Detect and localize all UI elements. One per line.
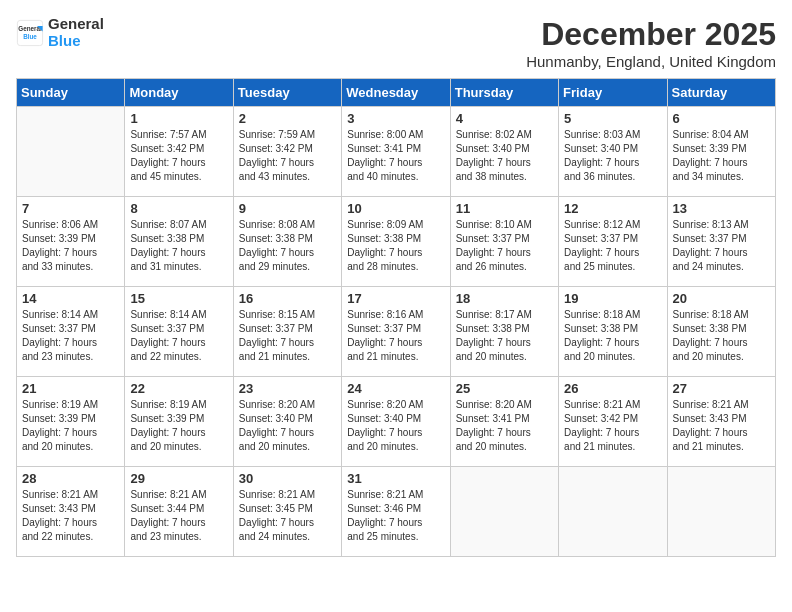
day-info: Sunrise: 7:57 AM Sunset: 3:42 PM Dayligh… bbox=[130, 128, 227, 184]
calendar-day-cell bbox=[17, 107, 125, 197]
logo-icon: General Blue bbox=[16, 19, 44, 47]
day-number: 27 bbox=[673, 381, 770, 396]
day-number: 16 bbox=[239, 291, 336, 306]
day-number: 11 bbox=[456, 201, 553, 216]
day-number: 10 bbox=[347, 201, 444, 216]
calendar-day-cell: 15Sunrise: 8:14 AM Sunset: 3:37 PM Dayli… bbox=[125, 287, 233, 377]
logo-blue-text: Blue bbox=[48, 33, 104, 50]
day-info: Sunrise: 8:21 AM Sunset: 3:45 PM Dayligh… bbox=[239, 488, 336, 544]
calendar-day-cell: 22Sunrise: 8:19 AM Sunset: 3:39 PM Dayli… bbox=[125, 377, 233, 467]
day-info: Sunrise: 8:10 AM Sunset: 3:37 PM Dayligh… bbox=[456, 218, 553, 274]
day-number: 13 bbox=[673, 201, 770, 216]
calendar-day-cell: 2Sunrise: 7:59 AM Sunset: 3:42 PM Daylig… bbox=[233, 107, 341, 197]
calendar-day-cell: 17Sunrise: 8:16 AM Sunset: 3:37 PM Dayli… bbox=[342, 287, 450, 377]
calendar-day-cell: 19Sunrise: 8:18 AM Sunset: 3:38 PM Dayli… bbox=[559, 287, 667, 377]
calendar-day-cell: 23Sunrise: 8:20 AM Sunset: 3:40 PM Dayli… bbox=[233, 377, 341, 467]
location: Hunmanby, England, United Kingdom bbox=[526, 53, 776, 70]
day-info: Sunrise: 8:12 AM Sunset: 3:37 PM Dayligh… bbox=[564, 218, 661, 274]
calendar-week-row: 7Sunrise: 8:06 AM Sunset: 3:39 PM Daylig… bbox=[17, 197, 776, 287]
calendar-day-cell: 4Sunrise: 8:02 AM Sunset: 3:40 PM Daylig… bbox=[450, 107, 558, 197]
month-title: December 2025 bbox=[526, 16, 776, 53]
day-number: 22 bbox=[130, 381, 227, 396]
day-number: 9 bbox=[239, 201, 336, 216]
calendar-week-row: 14Sunrise: 8:14 AM Sunset: 3:37 PM Dayli… bbox=[17, 287, 776, 377]
day-number: 12 bbox=[564, 201, 661, 216]
day-number: 19 bbox=[564, 291, 661, 306]
day-info: Sunrise: 8:19 AM Sunset: 3:39 PM Dayligh… bbox=[22, 398, 119, 454]
day-number: 7 bbox=[22, 201, 119, 216]
calendar-day-cell: 25Sunrise: 8:20 AM Sunset: 3:41 PM Dayli… bbox=[450, 377, 558, 467]
page-header: General Blue General Blue December 2025 … bbox=[16, 16, 776, 70]
day-of-week-header: Wednesday bbox=[342, 79, 450, 107]
day-number: 24 bbox=[347, 381, 444, 396]
calendar-day-cell bbox=[559, 467, 667, 557]
day-info: Sunrise: 8:21 AM Sunset: 3:43 PM Dayligh… bbox=[673, 398, 770, 454]
day-number: 18 bbox=[456, 291, 553, 306]
title-block: December 2025 Hunmanby, England, United … bbox=[526, 16, 776, 70]
calendar-day-cell: 20Sunrise: 8:18 AM Sunset: 3:38 PM Dayli… bbox=[667, 287, 775, 377]
day-of-week-header: Thursday bbox=[450, 79, 558, 107]
calendar-day-cell: 21Sunrise: 8:19 AM Sunset: 3:39 PM Dayli… bbox=[17, 377, 125, 467]
calendar-day-cell bbox=[450, 467, 558, 557]
calendar-day-cell: 9Sunrise: 8:08 AM Sunset: 3:38 PM Daylig… bbox=[233, 197, 341, 287]
calendar-day-cell: 28Sunrise: 8:21 AM Sunset: 3:43 PM Dayli… bbox=[17, 467, 125, 557]
day-info: Sunrise: 8:16 AM Sunset: 3:37 PM Dayligh… bbox=[347, 308, 444, 364]
calendar-day-cell: 10Sunrise: 8:09 AM Sunset: 3:38 PM Dayli… bbox=[342, 197, 450, 287]
calendar-day-cell: 14Sunrise: 8:14 AM Sunset: 3:37 PM Dayli… bbox=[17, 287, 125, 377]
calendar-day-cell: 6Sunrise: 8:04 AM Sunset: 3:39 PM Daylig… bbox=[667, 107, 775, 197]
day-of-week-header: Monday bbox=[125, 79, 233, 107]
day-info: Sunrise: 8:18 AM Sunset: 3:38 PM Dayligh… bbox=[673, 308, 770, 364]
day-info: Sunrise: 8:21 AM Sunset: 3:43 PM Dayligh… bbox=[22, 488, 119, 544]
calendar-week-row: 21Sunrise: 8:19 AM Sunset: 3:39 PM Dayli… bbox=[17, 377, 776, 467]
day-info: Sunrise: 8:07 AM Sunset: 3:38 PM Dayligh… bbox=[130, 218, 227, 274]
calendar-table: SundayMondayTuesdayWednesdayThursdayFrid… bbox=[16, 78, 776, 557]
day-info: Sunrise: 7:59 AM Sunset: 3:42 PM Dayligh… bbox=[239, 128, 336, 184]
calendar-day-cell: 7Sunrise: 8:06 AM Sunset: 3:39 PM Daylig… bbox=[17, 197, 125, 287]
calendar-body: 1Sunrise: 7:57 AM Sunset: 3:42 PM Daylig… bbox=[17, 107, 776, 557]
day-info: Sunrise: 8:13 AM Sunset: 3:37 PM Dayligh… bbox=[673, 218, 770, 274]
day-of-week-header: Sunday bbox=[17, 79, 125, 107]
day-info: Sunrise: 8:09 AM Sunset: 3:38 PM Dayligh… bbox=[347, 218, 444, 274]
day-number: 25 bbox=[456, 381, 553, 396]
svg-text:General: General bbox=[18, 24, 42, 31]
day-info: Sunrise: 8:03 AM Sunset: 3:40 PM Dayligh… bbox=[564, 128, 661, 184]
calendar-day-cell: 30Sunrise: 8:21 AM Sunset: 3:45 PM Dayli… bbox=[233, 467, 341, 557]
day-info: Sunrise: 8:14 AM Sunset: 3:37 PM Dayligh… bbox=[22, 308, 119, 364]
day-number: 14 bbox=[22, 291, 119, 306]
svg-text:Blue: Blue bbox=[23, 32, 37, 39]
logo: General Blue General Blue bbox=[16, 16, 104, 49]
day-number: 17 bbox=[347, 291, 444, 306]
day-info: Sunrise: 8:00 AM Sunset: 3:41 PM Dayligh… bbox=[347, 128, 444, 184]
day-number: 20 bbox=[673, 291, 770, 306]
day-info: Sunrise: 8:17 AM Sunset: 3:38 PM Dayligh… bbox=[456, 308, 553, 364]
day-info: Sunrise: 8:02 AM Sunset: 3:40 PM Dayligh… bbox=[456, 128, 553, 184]
day-number: 28 bbox=[22, 471, 119, 486]
day-info: Sunrise: 8:20 AM Sunset: 3:40 PM Dayligh… bbox=[239, 398, 336, 454]
day-number: 4 bbox=[456, 111, 553, 126]
day-number: 3 bbox=[347, 111, 444, 126]
calendar-day-cell: 29Sunrise: 8:21 AM Sunset: 3:44 PM Dayli… bbox=[125, 467, 233, 557]
calendar-day-cell: 12Sunrise: 8:12 AM Sunset: 3:37 PM Dayli… bbox=[559, 197, 667, 287]
calendar-day-cell: 13Sunrise: 8:13 AM Sunset: 3:37 PM Dayli… bbox=[667, 197, 775, 287]
calendar-day-cell: 11Sunrise: 8:10 AM Sunset: 3:37 PM Dayli… bbox=[450, 197, 558, 287]
calendar-day-cell: 16Sunrise: 8:15 AM Sunset: 3:37 PM Dayli… bbox=[233, 287, 341, 377]
day-info: Sunrise: 8:18 AM Sunset: 3:38 PM Dayligh… bbox=[564, 308, 661, 364]
calendar-week-row: 28Sunrise: 8:21 AM Sunset: 3:43 PM Dayli… bbox=[17, 467, 776, 557]
calendar-day-cell: 5Sunrise: 8:03 AM Sunset: 3:40 PM Daylig… bbox=[559, 107, 667, 197]
calendar-day-cell bbox=[667, 467, 775, 557]
logo-general-text: General bbox=[48, 16, 104, 33]
day-info: Sunrise: 8:15 AM Sunset: 3:37 PM Dayligh… bbox=[239, 308, 336, 364]
day-number: 6 bbox=[673, 111, 770, 126]
day-number: 29 bbox=[130, 471, 227, 486]
day-info: Sunrise: 8:21 AM Sunset: 3:46 PM Dayligh… bbox=[347, 488, 444, 544]
day-number: 2 bbox=[239, 111, 336, 126]
day-info: Sunrise: 8:04 AM Sunset: 3:39 PM Dayligh… bbox=[673, 128, 770, 184]
day-info: Sunrise: 8:14 AM Sunset: 3:37 PM Dayligh… bbox=[130, 308, 227, 364]
day-number: 26 bbox=[564, 381, 661, 396]
day-number: 5 bbox=[564, 111, 661, 126]
day-number: 30 bbox=[239, 471, 336, 486]
calendar-day-cell: 18Sunrise: 8:17 AM Sunset: 3:38 PM Dayli… bbox=[450, 287, 558, 377]
day-of-week-header: Saturday bbox=[667, 79, 775, 107]
calendar-week-row: 1Sunrise: 7:57 AM Sunset: 3:42 PM Daylig… bbox=[17, 107, 776, 197]
calendar-day-cell: 1Sunrise: 7:57 AM Sunset: 3:42 PM Daylig… bbox=[125, 107, 233, 197]
